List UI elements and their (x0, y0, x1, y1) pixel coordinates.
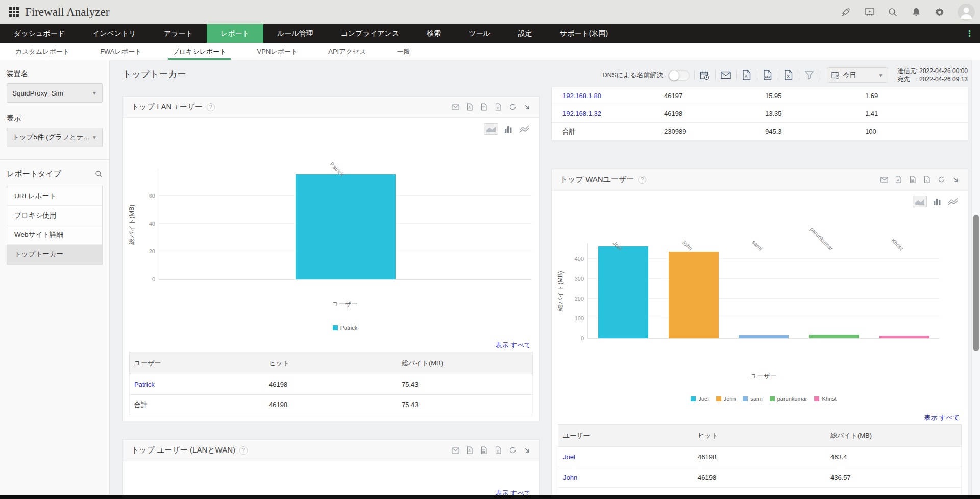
dns-resolve-toggle[interactable] (668, 70, 690, 81)
csv-icon[interactable] (909, 176, 917, 184)
panel-actions: A x (451, 103, 531, 111)
divider (736, 70, 737, 80)
excel-icon[interactable]: x (494, 103, 502, 111)
user-link[interactable]: Joel (563, 453, 698, 461)
host-link[interactable]: 192.168.1.80 (562, 92, 664, 100)
vertical-scrollbar[interactable] (971, 60, 980, 495)
refresh-icon[interactable] (937, 176, 945, 184)
mail-icon[interactable] (451, 446, 459, 455)
show-all-link[interactable]: 表示 すべて (924, 413, 960, 422)
expand-icon[interactable] (951, 176, 960, 184)
report-toolbar: DNSによる名前解決 A CSV X 今日 (572, 65, 968, 85)
apps-grid-icon[interactable] (9, 7, 19, 17)
csv-icon[interactable] (480, 103, 488, 111)
mail-icon[interactable] (880, 176, 888, 184)
refresh-icon[interactable] (508, 103, 517, 111)
presentation-icon[interactable] (864, 7, 875, 18)
help-icon[interactable]: ? (239, 446, 248, 455)
report-type-proxy-usage[interactable]: プロキシ使用 (7, 206, 102, 225)
table-header-row: ユーザー ヒット 総バイト(MB) (558, 424, 962, 447)
pdf-icon[interactable]: A (465, 446, 474, 455)
nav-item-search[interactable]: 検索 (413, 24, 455, 43)
excel-export-icon[interactable]: X (783, 69, 794, 81)
gear-icon[interactable] (934, 7, 945, 18)
help-icon[interactable]: ? (207, 103, 215, 111)
nav-item-inventory[interactable]: インベントリ (79, 24, 150, 43)
nav-item-rule-management[interactable]: ルール管理 (263, 24, 327, 43)
x-axis-label: ユーザー (587, 372, 940, 381)
area-chart-icon[interactable] (913, 196, 927, 207)
expand-icon[interactable] (523, 103, 531, 111)
bar-John[interactable] (669, 252, 719, 338)
header-icon-bar (840, 0, 975, 24)
nav-item-tools[interactable]: ツール (455, 24, 504, 43)
subnav-vpn-report[interactable]: VPNレポート (242, 43, 313, 60)
bar-Joel[interactable] (598, 246, 648, 338)
chevron-down-icon: ▼ (878, 73, 884, 78)
report-type-url[interactable]: URLレポート (7, 186, 102, 206)
scrollbar-thumb[interactable] (973, 215, 979, 351)
chevron-down-icon: ▼ (92, 90, 97, 96)
area-chart-icon[interactable] (484, 123, 498, 135)
excel-icon[interactable]: x (923, 176, 931, 184)
host-link[interactable]: 192.168.1.32 (562, 110, 664, 117)
display-select[interactable]: トップ5件 (グラフとテ... ▼ (7, 128, 103, 147)
svg-text:A: A (468, 449, 471, 453)
bar-slot: sami (729, 243, 799, 338)
bar-Khrist[interactable] (879, 336, 929, 338)
csv-icon[interactable] (480, 446, 488, 455)
report-type-top-talker[interactable]: トップトーカー (7, 245, 102, 264)
to-label: 宛先 : (898, 76, 918, 83)
user-link[interactable]: John (563, 473, 698, 481)
subnav-api-access[interactable]: APIアクセス (313, 43, 381, 60)
device-select[interactable]: SquidProxy_Sim ▼ (7, 83, 103, 103)
panel-header: トップ LANユーザー ? A x (123, 97, 539, 118)
filter-funnel-icon[interactable] (804, 69, 815, 81)
wan-users-bar-chart: 総バイト(MB) 0100200300400JoelJohnsamiparunk… (587, 243, 940, 339)
x-tick-label: sami (751, 239, 764, 252)
line-chart-icon[interactable] (947, 197, 959, 207)
rocket-icon[interactable] (840, 7, 851, 18)
divider (778, 70, 778, 80)
user-link[interactable]: Patrick (134, 381, 269, 388)
avatar[interactable] (958, 4, 975, 21)
refresh-icon[interactable] (508, 446, 517, 455)
kebab-menu-icon[interactable]: ⋮ (962, 24, 977, 43)
y-tick-label: 200 (568, 296, 584, 302)
svg-text:A: A (468, 106, 471, 109)
line-chart-icon[interactable] (519, 124, 530, 134)
mail-icon[interactable] (451, 103, 459, 111)
pdf-icon[interactable]: A (465, 103, 474, 111)
nav-item-report[interactable]: レポート (207, 24, 263, 43)
subnav-general[interactable]: 一般 (381, 43, 425, 60)
bar-chart-icon[interactable] (932, 197, 943, 207)
pdf-icon[interactable]: A (894, 176, 902, 184)
bottom-edge-strip (0, 495, 980, 499)
svg-text:A: A (745, 74, 748, 79)
excel-icon[interactable]: x (494, 446, 502, 455)
mail-icon[interactable] (720, 69, 731, 81)
pdf-export-icon[interactable]: A (741, 69, 752, 81)
subnav-custom-report[interactable]: カスタムレポート (0, 43, 85, 60)
bar-chart-icon[interactable] (503, 124, 514, 134)
bar-Patrick[interactable] (296, 174, 396, 279)
bar-sami[interactable] (739, 335, 789, 338)
nav-item-alert[interactable]: アラート (150, 24, 207, 43)
subnav-fwa-report[interactable]: FWAレポート (85, 43, 157, 60)
expand-icon[interactable] (523, 446, 531, 455)
nav-item-compliance[interactable]: コンプライアンス (327, 24, 413, 43)
period-select[interactable]: 今日 ▼ (827, 67, 888, 83)
subnav-proxy-report[interactable]: プロキシレポート (157, 43, 241, 60)
schedule-calendar-icon[interactable] (699, 69, 710, 81)
nav-item-dashboard[interactable]: ダッシュボード (0, 24, 79, 43)
report-type-website-details[interactable]: Webサイト詳細 (7, 225, 102, 245)
show-all-link[interactable]: 表示 すべて (495, 341, 531, 350)
csv-export-icon[interactable]: CSV (762, 69, 773, 81)
bar-parunkumar[interactable] (809, 335, 859, 338)
search-icon[interactable] (887, 7, 898, 18)
nav-item-support[interactable]: サポート(米国) (546, 24, 622, 43)
report-type-search-icon[interactable] (95, 170, 103, 178)
help-icon[interactable]: ? (638, 176, 646, 184)
nav-item-settings[interactable]: 設定 (504, 24, 546, 43)
bell-icon[interactable] (911, 7, 922, 18)
